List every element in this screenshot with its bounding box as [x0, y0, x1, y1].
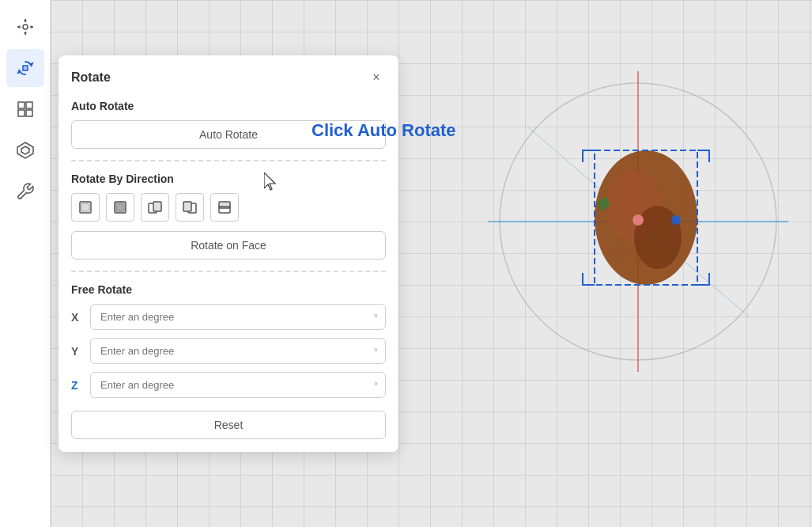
z-axis-row: Z °	[71, 372, 386, 398]
divider-1	[71, 160, 386, 161]
direction-icons-row	[71, 193, 386, 222]
dir-icon-left[interactable]	[141, 193, 169, 222]
x-axis-label: X	[71, 311, 82, 324]
dir-icon-top[interactable]	[210, 193, 239, 222]
rotate-on-face-button[interactable]: Rotate on Face	[71, 231, 386, 260]
svg-point-17	[671, 215, 681, 225]
panel-header: Rotate ×	[71, 68, 386, 87]
y-degree-input[interactable]	[90, 338, 386, 364]
x-degree-input[interactable]	[90, 304, 386, 330]
z-degree-symbol: °	[374, 379, 378, 391]
close-button[interactable]: ×	[367, 68, 386, 87]
sidebar-item-view[interactable]	[6, 90, 44, 128]
dir-icon-front[interactable]	[71, 193, 100, 222]
y-input-wrapper: °	[90, 338, 386, 364]
sidebar-item-tools[interactable]	[6, 173, 44, 210]
svg-point-15	[634, 206, 682, 269]
dir-icon-back[interactable]	[106, 193, 134, 222]
y-degree-symbol: °	[374, 345, 378, 357]
z-axis-label: Z	[71, 379, 82, 392]
rotate-panel: Rotate × Auto Rotate Auto Rotate Rotate …	[59, 55, 398, 452]
z-input-wrapper: °	[90, 372, 386, 398]
x-axis-row: X °	[71, 304, 386, 330]
svg-rect-23	[116, 203, 124, 211]
svg-rect-27	[183, 202, 191, 211]
svg-rect-3	[18, 102, 25, 108]
divider-2	[71, 271, 386, 272]
rotate-by-direction-section: Rotate By Direction	[71, 173, 386, 260]
y-axis-label: Y	[71, 345, 82, 358]
y-axis-row: Y °	[71, 338, 386, 364]
sidebar-item-transform[interactable]	[6, 8, 44, 46]
sidebar	[0, 0, 51, 527]
auto-rotate-button[interactable]: Auto Rotate	[71, 120, 386, 149]
svg-rect-21	[81, 203, 89, 211]
x-degree-symbol: °	[374, 311, 378, 323]
svg-rect-28	[219, 202, 230, 208]
svg-rect-25	[153, 202, 161, 211]
x-input-wrapper: °	[90, 304, 386, 330]
scene-viewport	[480, 47, 796, 396]
svg-rect-5	[18, 110, 25, 116]
sidebar-item-build[interactable]	[6, 131, 44, 169]
svg-rect-4	[26, 102, 32, 108]
free-rotate-section: Free Rotate X ° Y ° Z °	[71, 283, 386, 439]
reset-button[interactable]: Reset	[71, 411, 386, 439]
svg-point-0	[23, 25, 28, 29]
sidebar-item-rotate[interactable]	[6, 49, 44, 87]
svg-rect-6	[26, 110, 32, 116]
rotate-by-direction-label: Rotate By Direction	[71, 173, 386, 185]
auto-rotate-label: Auto Rotate	[71, 100, 386, 112]
svg-marker-7	[17, 142, 33, 158]
svg-point-16	[633, 214, 644, 226]
panel-title: Rotate	[71, 70, 111, 85]
auto-rotate-section: Auto Rotate Auto Rotate	[71, 100, 386, 149]
free-rotate-label: Free Rotate	[71, 283, 386, 296]
main-area: Rotate × Auto Rotate Auto Rotate Rotate …	[51, 0, 812, 527]
z-degree-input[interactable]	[90, 372, 386, 398]
svg-marker-8	[21, 146, 29, 154]
dir-icon-right[interactable]	[176, 193, 204, 222]
